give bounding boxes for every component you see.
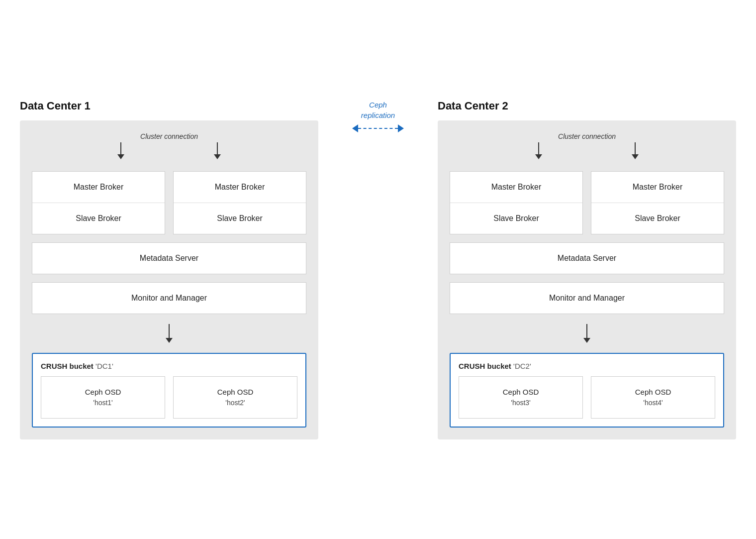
dc2-crush-title: CRUSH bucket 'DC2'	[459, 362, 715, 370]
datacenter-2: Data Center 2 Cluster connection	[438, 100, 736, 440]
dc1-arrow-left-line	[120, 142, 121, 154]
dc1-osd1-host: 'host1'	[47, 398, 159, 408]
dc2-osd-2: Ceph OSD 'host4'	[591, 376, 715, 419]
dc2-osd-row: Ceph OSD 'host3' Ceph OSD 'host4'	[459, 376, 715, 419]
dc1-arrow-left-head	[117, 154, 124, 159]
dc1-slave-broker-1: Slave Broker	[32, 203, 165, 234]
dc1-osd-2: Ceph OSD 'host2'	[173, 376, 297, 419]
dc1-broker-group-2: Master Broker Slave Broker	[173, 171, 306, 234]
dc1-slave-broker-2: Slave Broker	[174, 203, 306, 234]
dc1-monitor-manager: Monitor and Manager	[32, 282, 306, 314]
dc2-title: Data Center 2	[438, 100, 736, 112]
dc1-osd-row: Ceph OSD 'host1' Ceph OSD 'host2'	[41, 376, 297, 419]
dc2-master-broker-2: Master Broker	[591, 172, 724, 203]
dc2-inner: Cluster connection Master Broker	[438, 120, 736, 440]
dc1-crush-arrow-head	[166, 338, 173, 343]
replication-section: Ceph replication	[348, 100, 408, 162]
dc1-title: Data Center 1	[20, 100, 318, 112]
dc2-slave-broker-2: Slave Broker	[591, 203, 724, 234]
dc2-broker-row: Master Broker Slave Broker Master Broker…	[450, 171, 724, 234]
dc1-master-broker-2: Master Broker	[174, 172, 306, 203]
dc1-broker-row: Master Broker Slave Broker Master Broker…	[32, 171, 306, 234]
dc2-osd2-host: 'host4'	[597, 398, 709, 408]
replication-label-line2: replication	[361, 111, 395, 119]
dc1-metadata-server: Metadata Server	[32, 242, 306, 274]
dc1-crush-arrow	[32, 322, 306, 345]
dc2-crush-bold: CRUSH bucket	[459, 362, 511, 370]
dc1-osd-1: Ceph OSD 'host1'	[41, 376, 165, 419]
dc2-slave-broker-1: Slave Broker	[450, 203, 582, 234]
dc1-crush-bucket: CRUSH bucket 'DC1' Ceph OSD 'host1' Ceph…	[32, 353, 306, 428]
dc2-crush-name: 'DC2'	[513, 362, 531, 370]
dc2-crush-arrow-line	[586, 324, 587, 338]
dc1-osd1-name: Ceph OSD	[47, 387, 159, 398]
dc2-crush-arrow	[450, 322, 724, 345]
dc2-cluster-label: Cluster connection	[558, 132, 616, 140]
dc1-osd2-host: 'host2'	[180, 398, 291, 408]
dc1-crush-arrow-line	[169, 324, 170, 338]
dc2-arrow-right-line	[635, 142, 636, 154]
dc2-arrow-right-head	[632, 154, 639, 159]
dc2-osd1-name: Ceph OSD	[465, 387, 576, 398]
dc1-arrow-left	[117, 142, 124, 159]
dc2-arrow-right	[632, 142, 639, 159]
replication-arrow-left	[352, 124, 358, 132]
dc2-arrow-left-line	[538, 142, 539, 154]
dc2-crush-arrow-icon	[583, 324, 590, 343]
dc2-arrow-row	[535, 142, 639, 159]
dc2-broker-group-2: Master Broker Slave Broker	[591, 171, 724, 234]
replication-label: Ceph replication	[361, 100, 395, 120]
dc1-crush-bold: CRUSH bucket	[41, 362, 94, 370]
datacenter-1: Data Center 1 Cluster connection	[20, 100, 318, 440]
dc2-osd-1: Ceph OSD 'host3'	[459, 376, 583, 419]
dc1-arrow-right	[214, 142, 221, 159]
dc2-arrow-left-head	[535, 154, 542, 159]
dc2-osd2-name: Ceph OSD	[597, 387, 709, 398]
dc1-broker-group-1: Master Broker Slave Broker	[32, 171, 165, 234]
dc2-cluster-connection: Cluster connection	[450, 132, 724, 159]
replication-arrow-right	[398, 124, 404, 132]
dc1-cluster-label: Cluster connection	[140, 132, 198, 140]
dc2-monitor-manager: Monitor and Manager	[450, 282, 724, 314]
dc1-inner: Cluster connection Master Broker	[20, 120, 318, 440]
dc2-crush-arrow-head	[583, 338, 590, 343]
dc1-arrow-right-head	[214, 154, 221, 159]
dc1-arrow-right-line	[217, 142, 218, 154]
dc2-metadata-server: Metadata Server	[450, 242, 724, 274]
dc1-cluster-connection: Cluster connection	[32, 132, 306, 159]
dc1-crush-title: CRUSH bucket 'DC1'	[41, 362, 297, 370]
dc2-master-broker-1: Master Broker	[450, 172, 582, 203]
dc2-osd1-host: 'host3'	[465, 398, 576, 408]
dc1-osd2-name: Ceph OSD	[180, 387, 291, 398]
dc1-crush-name: 'DC1'	[95, 362, 113, 370]
dc1-master-broker-1: Master Broker	[32, 172, 165, 203]
dc1-arrow-row	[117, 142, 221, 159]
dc2-broker-group-1: Master Broker Slave Broker	[450, 171, 583, 234]
dc1-crush-arrow-icon	[166, 324, 173, 343]
replication-arrow	[352, 124, 404, 132]
page-container: Data Center 1 Cluster connection	[20, 100, 736, 440]
dc2-arrow-left	[535, 142, 542, 159]
replication-label-line1: Ceph	[369, 101, 387, 109]
dc2-crush-bucket: CRUSH bucket 'DC2' Ceph OSD 'host3' Ceph…	[450, 353, 724, 428]
replication-dashed-line	[358, 128, 398, 129]
